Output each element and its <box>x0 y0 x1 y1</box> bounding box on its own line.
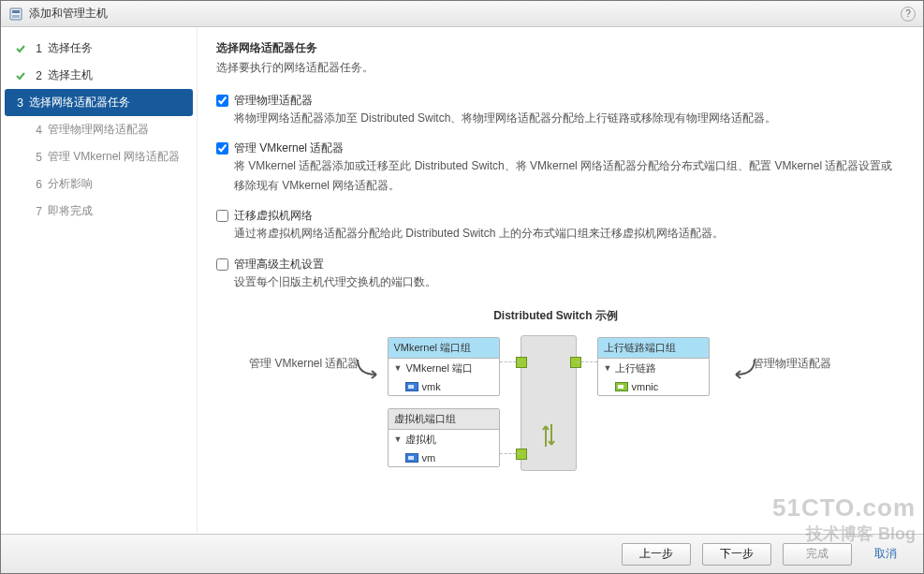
step-4: 4 管理物理网络适配器 <box>1 116 197 143</box>
step-5: 5 管理 VMkernel 网络适配器 <box>1 143 197 170</box>
step-label: 选择网络适配器任务 <box>29 95 130 110</box>
box-row: vmnic <box>632 381 659 392</box>
add-manage-hosts-dialog: 添加和管理主机 ? 1 选择任务 2 选择主机 3 选择网络适配器任务 4 管理… <box>0 0 924 574</box>
option-manage-vmkernel: 管理 VMkernel 适配器 将 VMkernel 适配器添加或迁移至此 Di… <box>216 140 895 195</box>
triangle-icon: ▼ <box>394 434 403 444</box>
box-header: VMkernel 端口组 <box>389 338 499 359</box>
step-number: 2 <box>33 69 42 82</box>
checkbox-manage-vmkernel[interactable] <box>216 142 228 155</box>
step-number: 4 <box>33 124 42 137</box>
option-desc: 设置每个旧版主机代理交换机的端口数。 <box>234 272 895 291</box>
step-1[interactable]: 1 选择任务 <box>1 35 197 62</box>
option-advanced-host-settings: 管理高级主机设置 设置每个旧版主机代理交换机的端口数。 <box>216 257 895 291</box>
box-header: 上行链路端口组 <box>598 338 709 359</box>
port-icon <box>516 357 527 368</box>
option-desc: 通过将虚拟机网络适配器分配给此 Distributed Switch 上的分布式… <box>234 224 895 243</box>
step-7: 7 即将完成 <box>1 198 197 225</box>
box-row: vm <box>422 452 436 464</box>
box-row: VMkernel 端口 <box>405 361 473 375</box>
step-content: 选择网络适配器任务 选择要执行的网络适配器任务。 管理物理适配器 将物理网络适配… <box>198 27 923 534</box>
nic-icon <box>405 382 418 391</box>
step-number: 7 <box>33 205 42 218</box>
help-button[interactable]: ? <box>901 7 916 22</box>
switch-box <box>521 335 577 471</box>
option-manage-physical: 管理物理适配器 将物理网络适配器添加至 Distributed Switch、将… <box>216 93 895 127</box>
wizard-steps-sidebar: 1 选择任务 2 选择主机 3 选择网络适配器任务 4 管理物理网络适配器 5 … <box>1 27 198 534</box>
dialog-title: 添加和管理主机 <box>29 6 901 22</box>
connector-line <box>500 361 521 362</box>
vm-portgroup-box: 虚拟机端口组 ▼虚拟机 vm <box>388 408 500 467</box>
step-label: 管理 VMkernel 网络适配器 <box>48 149 180 165</box>
nic-icon <box>615 382 628 391</box>
step-number: 1 <box>33 42 42 55</box>
diagram-hint-right: 管理物理适配器 <box>753 356 865 372</box>
checkbox-manage-physical[interactable] <box>216 95 228 107</box>
distributed-switch-diagram: 管理 VMkernel 适配器 管理物理适配器 VMkernel 端口组 ▼VM… <box>257 335 856 494</box>
connector-line <box>577 361 597 362</box>
svg-rect-1 <box>12 10 20 13</box>
option-migrate-vm-network: 迁移虚拟机网络 通过将虚拟机网络适配器分配给此 Distributed Swit… <box>216 208 895 243</box>
box-row: vmk <box>422 381 441 392</box>
finish-button: 完成 <box>783 543 852 566</box>
step-number: 5 <box>33 151 42 164</box>
content-heading: 选择网络适配器任务 <box>216 40 895 56</box>
step-number: 3 <box>14 96 23 110</box>
checkbox-migrate-vm-network[interactable] <box>216 210 228 222</box>
option-desc: 将物理网络适配器添加至 Distributed Switch、将物理网络适配器分… <box>234 109 895 127</box>
cancel-button[interactable]: 取消 <box>863 543 908 566</box>
content-subheading: 选择要执行的网络适配器任务。 <box>216 60 895 76</box>
diagram-hint-left: 管理 VMkernel 适配器 <box>247 356 359 372</box>
option-desc: 将 VMkernel 适配器添加或迁移至此 Distributed Switch… <box>234 156 895 195</box>
back-button[interactable]: 上一步 <box>622 543 691 566</box>
option-label: 管理物理适配器 <box>234 93 313 109</box>
step-number: 6 <box>33 178 42 191</box>
up-down-arrow-icon <box>542 419 555 452</box>
step-label: 分析影响 <box>48 176 93 192</box>
step-label: 选择主机 <box>48 67 93 83</box>
option-label: 管理高级主机设置 <box>234 257 324 272</box>
checkbox-advanced-host-settings[interactable] <box>216 258 228 271</box>
curved-arrow-icon <box>356 358 384 383</box>
connector-line <box>500 453 521 454</box>
box-row: 虚拟机 <box>405 433 436 447</box>
step-label: 管理物理网络适配器 <box>48 122 149 138</box>
hosts-icon <box>8 7 23 22</box>
step-label: 即将完成 <box>48 203 93 219</box>
port-icon <box>570 357 581 368</box>
svg-rect-2 <box>12 15 20 18</box>
triangle-icon: ▼ <box>394 363 403 373</box>
checkmark-icon <box>14 42 27 55</box>
svg-rect-0 <box>10 8 22 20</box>
nic-icon <box>405 453 418 463</box>
curved-arrow-icon <box>728 358 756 383</box>
port-icon <box>516 449 527 460</box>
dialog-footer: 上一步 下一步 完成 取消 <box>1 534 923 573</box>
option-label: 管理 VMkernel 适配器 <box>234 140 344 156</box>
triangle-icon: ▼ <box>604 363 612 373</box>
titlebar: 添加和管理主机 ? <box>1 1 923 27</box>
vmkernel-portgroup-box: VMkernel 端口组 ▼VMkernel 端口 vmk <box>388 337 500 396</box>
step-label: 选择任务 <box>48 40 93 56</box>
uplink-portgroup-box: 上行链路端口组 ▼上行链路 vmnic <box>597 337 710 396</box>
dialog-body: 1 选择任务 2 选择主机 3 选择网络适配器任务 4 管理物理网络适配器 5 … <box>1 27 923 534</box>
step-6: 6 分析影响 <box>1 170 197 198</box>
step-3[interactable]: 3 选择网络适配器任务 <box>5 89 193 116</box>
box-header: 虚拟机端口组 <box>389 409 499 430</box>
box-row: 上行链路 <box>615 361 656 375</box>
checkmark-icon <box>14 69 27 82</box>
step-2[interactable]: 2 选择主机 <box>1 62 197 89</box>
option-label: 迁移虚拟机网络 <box>234 208 313 224</box>
diagram-title: Distributed Switch 示例 <box>216 308 895 324</box>
next-button[interactable]: 下一步 <box>702 543 771 566</box>
